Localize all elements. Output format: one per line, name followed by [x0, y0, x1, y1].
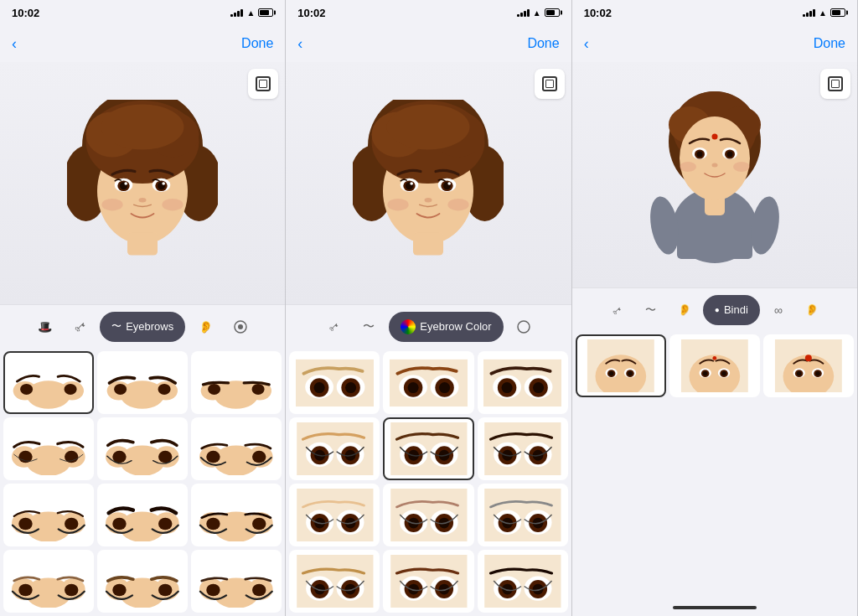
eyebrow-option-6[interactable]	[3, 484, 94, 546]
tab-bindi-3[interactable]: ● Bindi	[703, 295, 760, 325]
back-button-3[interactable]: ‹	[584, 35, 589, 53]
color-option-2[interactable]	[478, 351, 568, 414]
tab-ears-shape-3[interactable]: 👂	[669, 295, 700, 325]
svg-point-122	[501, 382, 512, 393]
bindi-option-2[interactable]	[763, 334, 854, 397]
svg-point-214	[628, 370, 633, 375]
home-bar-3	[673, 606, 757, 609]
svg-point-30	[114, 383, 127, 394]
done-button-2[interactable]: Done	[527, 36, 559, 51]
preview-toggle-2[interactable]	[535, 69, 565, 99]
avatar-3	[648, 75, 782, 276]
status-icons-2: ▲	[517, 8, 560, 18]
tab-bindi-label: Bindi	[724, 303, 748, 316]
tab-eyebrow-color-2[interactable]: Eyebrow Color	[389, 312, 503, 342]
svg-rect-145	[297, 489, 373, 542]
tab-misc-3[interactable]: 👂	[797, 295, 827, 325]
svg-point-25	[20, 383, 33, 394]
svg-point-99	[425, 198, 432, 202]
tab-eyebrow-shape-2[interactable]: 〜	[354, 312, 384, 342]
eyebrow-option-9[interactable]	[3, 550, 94, 613]
tab-key-2[interactable]: 🗝	[318, 312, 349, 342]
preview-icon-3	[828, 76, 843, 91]
color-option-7[interactable]	[383, 484, 473, 546]
signal-icon-3	[803, 8, 815, 17]
avatar-1	[67, 100, 218, 267]
back-button-1[interactable]: ‹	[12, 35, 17, 53]
options-area-1	[0, 348, 285, 616]
preview-toggle-3[interactable]	[820, 69, 850, 99]
wifi-icon-3: ▲	[819, 8, 827, 18]
color-option-4[interactable]	[383, 417, 473, 480]
tab-ears-1[interactable]: 👂	[190, 312, 220, 342]
status-bar-3: 10:02 ▲	[572, 0, 857, 25]
eyebrow-option-11[interactable]	[191, 550, 282, 613]
eyebrow-option-4[interactable]	[97, 417, 188, 480]
tab-ear-2[interactable]	[509, 312, 539, 342]
done-button-3[interactable]: Done	[814, 36, 845, 51]
svg-point-76	[158, 583, 172, 596]
tab-bar-1: 🎩 🗝 〜 Eyebrows 👂	[0, 304, 285, 348]
tab-eyebrow-color-label: Eyebrow Color	[420, 320, 491, 333]
svg-rect-90	[413, 232, 443, 255]
svg-rect-159	[484, 489, 561, 542]
svg-point-223	[721, 370, 726, 375]
preview-toggle-1[interactable]	[248, 69, 278, 99]
tab-eyebrows-label-1: Eyebrows	[126, 320, 173, 333]
svg-point-231	[797, 370, 802, 375]
signal-icon-1	[230, 8, 243, 17]
color-option-8[interactable]	[478, 484, 568, 546]
done-button-1[interactable]: Done	[241, 36, 273, 51]
svg-point-226	[805, 355, 812, 361]
svg-rect-8	[127, 232, 158, 255]
back-button-2[interactable]: ‹	[297, 35, 302, 53]
color-option-1[interactable]	[383, 351, 473, 414]
options-area-2	[286, 348, 571, 616]
tab-eyebrows-1[interactable]: 〜 Eyebrows	[100, 312, 185, 342]
color-option-0[interactable]	[289, 351, 380, 414]
svg-point-19	[163, 199, 183, 210]
avatar-area-2	[286, 62, 571, 304]
tab-key-3[interactable]: 🗝	[602, 295, 633, 325]
eyebrow-option-8[interactable]	[191, 484, 282, 546]
svg-point-213	[609, 370, 614, 375]
tab-eye-1[interactable]	[225, 312, 256, 342]
svg-point-203	[726, 151, 732, 157]
color-option-10[interactable]	[383, 550, 473, 613]
bindi-option-1[interactable]	[669, 334, 760, 397]
eyebrow-option-3[interactable]	[3, 417, 94, 480]
svg-point-21	[238, 324, 243, 329]
color-option-11[interactable]	[478, 550, 568, 613]
svg-point-196	[680, 116, 750, 200]
svg-point-115	[407, 382, 418, 393]
eyebrow-option-5[interactable]	[191, 417, 282, 480]
bindi-option-0[interactable]	[576, 334, 666, 397]
avatar-area-1	[0, 62, 285, 304]
svg-point-202	[696, 151, 702, 157]
eyebrow-option-2[interactable]	[191, 351, 282, 414]
svg-point-75	[113, 583, 127, 596]
color-option-6[interactable]	[289, 484, 380, 546]
tab-hat-1[interactable]: 🎩	[29, 312, 59, 342]
svg-point-100	[388, 199, 409, 210]
svg-point-81	[252, 583, 266, 596]
svg-point-217	[712, 356, 716, 360]
options-grid-1	[0, 348, 285, 616]
svg-point-97	[411, 182, 414, 185]
status-time-2: 10:02	[297, 7, 325, 19]
svg-rect-173	[390, 555, 467, 608]
tab-eyebrow-3[interactable]: 〜	[636, 295, 666, 325]
eyebrow-option-1[interactable]	[97, 351, 188, 414]
battery-icon-1	[258, 8, 273, 17]
tab-glasses-3[interactable]: ∞	[763, 295, 793, 325]
signal-icon-2	[517, 8, 530, 17]
color-option-9[interactable]	[289, 550, 380, 613]
eyebrow-option-0[interactable]	[3, 351, 94, 414]
eyebrow-option-7[interactable]	[97, 484, 188, 546]
color-option-5[interactable]	[478, 417, 568, 480]
tab-key-1[interactable]: 🗝	[65, 312, 95, 342]
color-option-3[interactable]	[289, 417, 380, 480]
svg-point-109	[345, 382, 356, 393]
eyebrow-option-10[interactable]	[97, 550, 188, 613]
svg-point-101	[448, 199, 469, 210]
